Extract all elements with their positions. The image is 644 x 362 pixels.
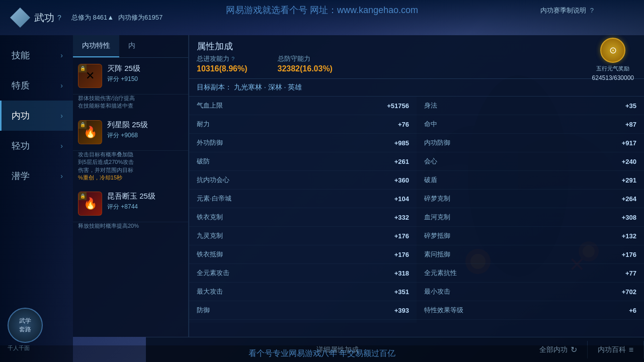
tab-inner-traits[interactable]: 内功特性 [73,35,119,57]
attr-row-right-2: 内功防御+917 [417,134,644,152]
sidebar-item-latent[interactable]: 潜学 › [0,161,73,191]
skill-name-liexingyun: 列星陨 25级 [107,120,183,130]
arrow-icon: › [60,172,63,180]
attr-row-left-9: 全元素攻击+318 [189,264,417,283]
logo-diamond [10,8,30,28]
attack-question-icon[interactable]: ? [231,56,234,62]
skills-panel: 内功特性 内 🔒 ✕ 灭阵 25级 评分 +9150 群体技能伤害/治疗提高 在… [73,35,189,337]
attr-row-left-5: 元素·白帝城+104 [189,190,417,208]
skill-item-kunwu[interactable]: 🔒 🔥 昆吾断玉 25级 评分 +8744 [73,186,188,222]
skill-icon-miezhen: 🔒 ✕ [78,64,102,88]
attr-row-left-0: 气血上限+51756 [189,97,417,115]
sidebar-item-skills[interactable]: 技能 › [0,40,73,70]
inner-skill-hint[interactable]: 内功赛季制说明 ? [540,6,594,15]
char-sub-label: 千人千面 [8,344,43,352]
lock-icon: 🔒 [78,192,87,200]
skill-icon-kunwu: 🔒 🔥 [78,192,102,216]
five-elements-progress: 624513/630000 [592,74,634,81]
sidebar-item-traits[interactable]: 特质 › [0,70,73,101]
skill-name-miezhen: 灭阵 25级 [107,64,183,73]
attr-row-right-12: 潮光克制+153 [417,320,644,323]
arrow-icon: › [60,142,63,150]
bottom-bar: 详细属性加成 全部内功 ↻ 内功百科 ≡ [146,337,644,362]
char-circle[interactable]: 武学 套路 [8,308,43,343]
skill-name-kunwu: 昆吾断玉 25级 [107,192,183,201]
attr-row-left-6: 铁衣克制+332 [189,208,417,227]
arrow-icon: › [60,112,63,120]
skill-score-kunwu: 评分 +8744 [107,203,183,211]
detail-attr-link[interactable]: 详细属性加成 [146,345,529,354]
attr-row-right-7: 碎梦抵御+132 [417,227,644,245]
defense-ability-label: 总防守能力 [278,54,333,63]
attr-row-left-2: 外功防御+985 [189,134,417,152]
five-elements-label: 五行元气奖励 [596,65,629,72]
book-icon: ≡ [629,345,633,354]
header-title: 武功 [34,11,54,25]
attr-row-right-6: 血河克制+308 [417,208,644,227]
header-question-icon[interactable]: ? [57,14,61,22]
attr-panel: 属性加成 总进攻能力 ? 10316(8.96%) 总防守能力 32382(16… [189,35,644,337]
defense-ability-value: 32382(16.03%) [278,64,333,73]
attr-row-left-4: 抗内功会心+360 [189,171,417,190]
target-dungeon-name: 九光寒林 · 深林 · 英雄 [234,83,302,91]
attr-row-left-10: 最大攻击+351 [189,283,417,301]
tab-bar: 内功特性 内 [73,35,188,58]
five-elements-panel: ⊙ 五行元气奖励 624513/630000 [592,38,634,81]
tab-inner[interactable]: 内 [119,35,144,57]
header-inner-power: 内功修为61957 [118,13,163,22]
arrow-icon: › [60,51,63,59]
sidebar-item-light-skill[interactable]: 轻功 › [0,131,73,161]
attr-row-right-10: 最小攻击+702 [417,283,644,301]
main-panel: 内功特性 内 🔒 ✕ 灭阵 25级 评分 +9150 群体技能伤害/治疗提高 在… [73,35,644,362]
attr-row-right-9: 全元素抗性+77 [417,264,644,283]
attr-row-right-0: 身法+35 [417,97,644,115]
skill-score-liexingyun: 评分 +9068 [107,131,183,140]
all-inner-skill-btn[interactable]: 全部内功 ↻ [529,341,588,358]
skill-score-miezhen: 评分 +9150 [107,75,183,83]
top-header: 武功 ? 总修为 8461▲ 内功修为61957 [0,0,644,35]
refresh-icon: ↻ [571,345,577,354]
header-total-power: 总修为 8461▲ [71,13,114,22]
attack-ability-label: 总进攻能力 ? [197,54,248,63]
attr-summary: 总进攻能力 ? 10316(8.96%) 总防守能力 32382(16.03%) [197,54,636,73]
attr-row-left-8: 铁衣抵御+176 [189,245,417,264]
lock-icon: 🔒 [78,64,87,72]
inner-skill-wiki-btn[interactable]: 内功百科 ≡ [588,341,644,358]
skill-icon-liexingyun: 🔒 🔥 [78,120,102,144]
attr-table: 气血上限+51756身法+35耐力+76命中+87外功防御+985内功防御+91… [189,97,644,323]
attr-row-left-1: 耐力+76 [189,115,417,134]
attr-row-left-12: 风攻击+196 [189,320,417,323]
attr-row-left-11: 防御+393 [189,301,417,320]
skill-desc-kunwu: 释放技能时概率提高20% [73,222,188,234]
attr-target: 目标副本： 九光寒林 · 深林 · 英雄 [189,79,644,97]
attr-row-left-7: 九灵克制+176 [189,227,417,245]
attr-row-right-5: 碎梦克制+264 [417,190,644,208]
attack-ability-value: 10316(8.96%) [197,64,248,73]
skill-item-miezhen[interactable]: 🔒 ✕ 灭阵 25级 评分 +9150 [73,58,188,95]
lock-icon: 🔒 [78,121,87,129]
attr-row-right-3: 会心+240 [417,152,644,171]
left-sidebar: 技能 › 特质 › 内功 › 轻功 › 潜学 › 武学 套路 千人千面 [0,35,73,362]
attr-row-right-1: 命中+87 [417,115,644,134]
attr-row-right-8: 素问抵御+176 [417,245,644,264]
attr-row-right-4: 破盾+291 [417,171,644,190]
five-elements-icon: ⊙ [600,38,625,63]
skill-desc-miezhen: 群体技能伤害/治疗提高 在技能标签和描述中查 [73,95,188,114]
sidebar-item-inner-skill[interactable]: 内功 › [0,101,73,131]
arrow-icon: › [60,81,63,89]
skill-item-liexingyun[interactable]: 🔒 🔥 列星陨 25级 评分 +9068 [73,114,188,151]
attr-row-left-3: 破防+261 [189,152,417,171]
attr-panel-title: 属性加成 [197,40,636,52]
attr-header: 属性加成 总进攻能力 ? 10316(8.96%) 总防守能力 32382(16… [189,35,644,79]
attr-row-right-11: 特性效果等级+6 [417,301,644,320]
char-badge: 武学 套路 千人千面 [8,308,43,352]
skill-desc-liexingyun: 攻击目标有概率叠加隐 到5层后造成270%攻击 伤害，并对范围内目标 %重创，冷… [73,151,188,186]
